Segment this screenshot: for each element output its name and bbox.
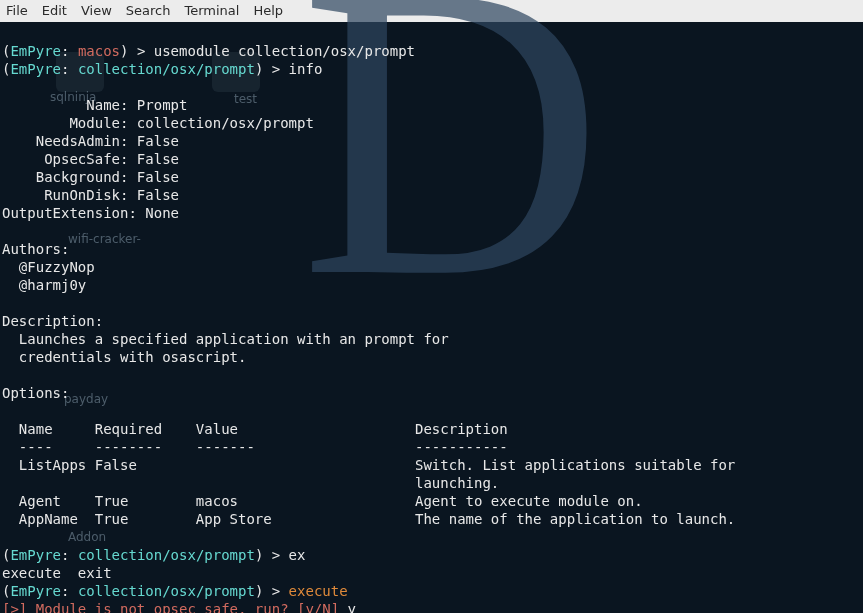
options-columns: Name Required Value Description [2, 421, 508, 437]
menu-help[interactable]: Help [253, 2, 283, 20]
menu-edit[interactable]: Edit [42, 2, 67, 20]
description-line-2: credentials with osascript. [2, 349, 246, 365]
prompt-line-4: (EmPyre: collection/osx/prompt) > execut… [2, 583, 348, 599]
terminal[interactable]: (EmPyre: macos) > usemodule collection/o… [0, 22, 863, 613]
description-line-1: Launches a specified application with an… [2, 331, 449, 347]
authors-header: Authors: [2, 241, 69, 257]
author-2: @harmj0y [2, 277, 86, 293]
menu-view[interactable]: View [81, 2, 112, 20]
info-runondisk: RunOnDisk: False [2, 187, 179, 203]
prompt-line-3: (EmPyre: collection/osx/prompt) > ex [2, 547, 305, 563]
prompt-line-1: (EmPyre: macos) > usemodule collection/o… [2, 43, 415, 59]
option-appname: AppName True App Store The name of the a… [2, 511, 735, 527]
menu-terminal[interactable]: Terminal [184, 2, 239, 20]
author-1: @FuzzyNop [2, 259, 95, 275]
info-name: Name: Prompt [2, 97, 187, 113]
menu-search[interactable]: Search [126, 2, 171, 20]
prompt-line-2: (EmPyre: collection/osx/prompt) > info [2, 61, 322, 77]
opsec-warning: [>] Module is not opsec safe, run? [y/N]… [2, 601, 356, 613]
info-outputext: OutputExtension: None [2, 205, 179, 221]
description-header: Description: [2, 313, 103, 329]
options-header: Options: [2, 385, 69, 401]
options-divider: ---- -------- ------- ----------- [2, 439, 508, 455]
info-module: Module: collection/osx/prompt [2, 115, 314, 131]
option-agent: Agent True macos Agent to execute module… [2, 493, 643, 509]
info-background: Background: False [2, 169, 179, 185]
tab-complete: execute exit [2, 565, 112, 581]
menu-file[interactable]: File [6, 2, 28, 20]
info-opsecsafe: OpsecSafe: False [2, 151, 179, 167]
menubar: File Edit View Search Terminal Help [0, 0, 863, 22]
option-listapps-2: launching. [2, 475, 499, 491]
option-listapps-1: ListApps False Switch. List applications… [2, 457, 735, 473]
info-needsadmin: NeedsAdmin: False [2, 133, 179, 149]
